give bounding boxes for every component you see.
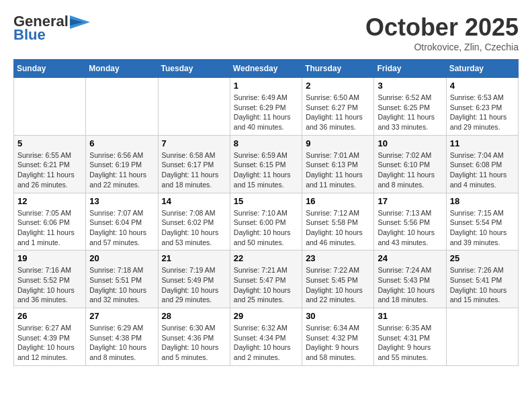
day-info: Sunrise: 7:13 AM Sunset: 5:56 PM Dayligh… [378,208,442,248]
day-info: Sunrise: 6:35 AM Sunset: 4:31 PM Dayligh… [378,323,442,363]
day-info: Sunrise: 7:26 AM Sunset: 5:41 PM Dayligh… [450,265,515,305]
day-info: Sunrise: 6:55 AM Sunset: 6:21 PM Dayligh… [17,150,82,190]
calendar-cell: 21Sunrise: 7:19 AM Sunset: 5:49 PM Dayli… [158,250,230,308]
calendar-week-row: 1Sunrise: 6:49 AM Sunset: 6:29 PM Daylig… [14,78,519,136]
calendar-cell: 3Sunrise: 6:52 AM Sunset: 6:25 PM Daylig… [374,78,446,136]
day-info: Sunrise: 6:59 AM Sunset: 6:15 PM Dayligh… [234,150,298,190]
day-info: Sunrise: 7:08 AM Sunset: 6:02 PM Dayligh… [162,208,226,248]
logo-blue-text: Blue [13,27,46,43]
day-info: Sunrise: 7:22 AM Sunset: 5:45 PM Dayligh… [306,265,370,305]
calendar-cell [158,78,230,136]
title-block: October 2025 Otrokovice, Zlin, Czechia [365,13,519,52]
calendar-cell: 11Sunrise: 7:04 AM Sunset: 6:08 PM Dayli… [446,135,518,193]
calendar-cell: 28Sunrise: 6:30 AM Sunset: 4:36 PM Dayli… [158,308,230,366]
page-header: General Blue October 2025 Otrokovice, Zl… [13,13,519,52]
day-info: Sunrise: 7:12 AM Sunset: 5:58 PM Dayligh… [306,208,370,248]
weekday-header-saturday: Saturday [446,60,518,78]
day-number: 7 [162,138,226,148]
day-info: Sunrise: 6:32 AM Sunset: 4:34 PM Dayligh… [234,323,298,363]
day-info: Sunrise: 7:24 AM Sunset: 5:43 PM Dayligh… [378,265,442,305]
day-number: 18 [450,196,515,206]
day-info: Sunrise: 6:52 AM Sunset: 6:25 PM Dayligh… [378,93,442,132]
day-number: 27 [89,311,154,321]
day-number: 24 [378,253,442,263]
day-number: 14 [162,196,226,206]
weekday-header-wednesday: Wednesday [230,60,302,78]
day-info: Sunrise: 7:19 AM Sunset: 5:49 PM Dayligh… [162,265,226,305]
day-info: Sunrise: 7:10 AM Sunset: 6:00 PM Dayligh… [234,208,298,248]
calendar-cell: 27Sunrise: 6:29 AM Sunset: 4:38 PM Dayli… [86,308,158,366]
calendar-cell: 22Sunrise: 7:21 AM Sunset: 5:47 PM Dayli… [230,250,302,308]
calendar-cell: 25Sunrise: 7:26 AM Sunset: 5:41 PM Dayli… [446,250,518,308]
day-number: 26 [17,311,82,321]
calendar-cell: 29Sunrise: 6:32 AM Sunset: 4:34 PM Dayli… [230,308,302,366]
day-info: Sunrise: 6:34 AM Sunset: 4:32 PM Dayligh… [306,323,370,363]
weekday-header-monday: Monday [86,60,158,78]
day-number: 4 [450,81,515,91]
day-number: 30 [306,311,370,321]
day-number: 31 [378,311,442,321]
calendar-cell: 24Sunrise: 7:24 AM Sunset: 5:43 PM Dayli… [374,250,446,308]
day-number: 6 [89,138,154,148]
day-number: 5 [17,138,82,148]
day-info: Sunrise: 6:56 AM Sunset: 6:19 PM Dayligh… [89,150,154,190]
day-number: 16 [306,196,370,206]
calendar-cell: 5Sunrise: 6:55 AM Sunset: 6:21 PM Daylig… [14,135,86,193]
day-info: Sunrise: 6:29 AM Sunset: 4:38 PM Dayligh… [89,323,154,363]
day-number: 29 [234,311,298,321]
calendar-cell: 18Sunrise: 7:15 AM Sunset: 5:54 PM Dayli… [446,193,518,250]
calendar-cell: 4Sunrise: 6:53 AM Sunset: 6:23 PM Daylig… [446,78,518,136]
day-info: Sunrise: 7:04 AM Sunset: 6:08 PM Dayligh… [450,150,515,190]
logo: General Blue [13,13,90,43]
day-info: Sunrise: 6:27 AM Sunset: 4:39 PM Dayligh… [17,323,82,363]
calendar-cell [86,78,158,136]
logo-arrow-icon [70,15,90,29]
day-info: Sunrise: 7:05 AM Sunset: 6:06 PM Dayligh… [17,208,82,248]
calendar-cell: 13Sunrise: 7:07 AM Sunset: 6:04 PM Dayli… [86,193,158,250]
calendar-week-row: 12Sunrise: 7:05 AM Sunset: 6:06 PM Dayli… [14,193,519,250]
calendar-cell: 31Sunrise: 6:35 AM Sunset: 4:31 PM Dayli… [374,308,446,366]
day-info: Sunrise: 7:18 AM Sunset: 5:51 PM Dayligh… [89,265,154,305]
day-number: 13 [89,196,154,206]
day-number: 28 [162,311,226,321]
calendar-cell: 17Sunrise: 7:13 AM Sunset: 5:56 PM Dayli… [374,193,446,250]
day-number: 22 [234,253,298,263]
weekday-header-row: SundayMondayTuesdayWednesdayThursdayFrid… [14,60,519,78]
day-info: Sunrise: 7:07 AM Sunset: 6:04 PM Dayligh… [89,208,154,248]
day-number: 25 [450,253,515,263]
day-number: 9 [306,138,370,148]
day-number: 21 [162,253,226,263]
weekday-header-tuesday: Tuesday [158,60,230,78]
calendar-cell: 1Sunrise: 6:49 AM Sunset: 6:29 PM Daylig… [230,78,302,136]
calendar-cell: 6Sunrise: 6:56 AM Sunset: 6:19 PM Daylig… [86,135,158,193]
weekday-header-thursday: Thursday [302,60,374,78]
day-number: 15 [234,196,298,206]
calendar-cell [446,308,518,366]
day-info: Sunrise: 7:02 AM Sunset: 6:10 PM Dayligh… [378,150,442,190]
day-info: Sunrise: 6:50 AM Sunset: 6:27 PM Dayligh… [306,93,370,132]
day-info: Sunrise: 7:15 AM Sunset: 5:54 PM Dayligh… [450,208,515,248]
calendar-cell: 14Sunrise: 7:08 AM Sunset: 6:02 PM Dayli… [158,193,230,250]
calendar-week-row: 26Sunrise: 6:27 AM Sunset: 4:39 PM Dayli… [14,308,519,366]
calendar-cell: 9Sunrise: 7:01 AM Sunset: 6:13 PM Daylig… [302,135,374,193]
calendar-cell: 30Sunrise: 6:34 AM Sunset: 4:32 PM Dayli… [302,308,374,366]
day-number: 11 [450,138,515,148]
day-number: 2 [306,81,370,91]
location: Otrokovice, Zlin, Czechia [365,42,519,52]
calendar-cell: 7Sunrise: 6:58 AM Sunset: 6:17 PM Daylig… [158,135,230,193]
day-number: 20 [89,253,154,263]
calendar-cell: 23Sunrise: 7:22 AM Sunset: 5:45 PM Dayli… [302,250,374,308]
day-number: 23 [306,253,370,263]
day-info: Sunrise: 7:16 AM Sunset: 5:52 PM Dayligh… [17,265,82,305]
calendar-cell: 8Sunrise: 6:59 AM Sunset: 6:15 PM Daylig… [230,135,302,193]
day-number: 1 [234,81,298,91]
calendar-cell: 26Sunrise: 6:27 AM Sunset: 4:39 PM Dayli… [14,308,86,366]
day-number: 17 [378,196,442,206]
day-number: 3 [378,81,442,91]
day-number: 19 [17,253,82,263]
calendar-cell [14,78,86,136]
day-info: Sunrise: 6:58 AM Sunset: 6:17 PM Dayligh… [162,150,226,190]
calendar-cell: 20Sunrise: 7:18 AM Sunset: 5:51 PM Dayli… [86,250,158,308]
day-info: Sunrise: 7:01 AM Sunset: 6:13 PM Dayligh… [306,150,370,190]
day-info: Sunrise: 6:49 AM Sunset: 6:29 PM Dayligh… [234,93,298,132]
